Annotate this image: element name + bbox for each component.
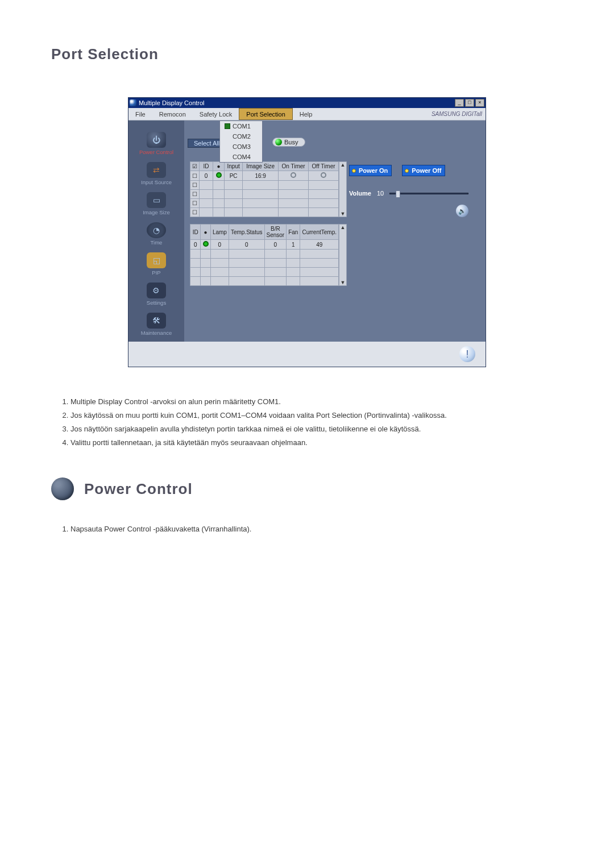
cell-off-timer bbox=[309, 171, 339, 181]
sidebar-item-image-size[interactable]: ▭ Image Size bbox=[143, 192, 170, 215]
volume-row: Volume 10 bbox=[349, 190, 468, 197]
table-row[interactable] bbox=[190, 268, 339, 277]
cell-temp-status: 0 bbox=[229, 240, 264, 250]
display-grid[interactable]: ☑ ID ● Input Image Size On Timer Off Tim… bbox=[190, 161, 339, 217]
sidebar-item-input-source[interactable]: ⇄ Input Source bbox=[141, 162, 172, 185]
col-off-timer: Off Timer bbox=[309, 162, 339, 171]
port-label: COM2 bbox=[233, 133, 251, 140]
port-option-com2[interactable]: COM2 bbox=[220, 131, 262, 142]
section-power-control: Power Control bbox=[51, 477, 563, 500]
volume-slider[interactable] bbox=[389, 193, 468, 194]
port-option-com1[interactable]: COM1 bbox=[220, 121, 262, 131]
power-control-section-icon bbox=[51, 477, 74, 500]
sidebar-item-settings[interactable]: ⚙ Settings bbox=[147, 283, 166, 306]
table-row[interactable]: ☐ bbox=[190, 208, 339, 217]
bullet-icon bbox=[352, 169, 356, 173]
table-row[interactable]: 0 0 0 0 1 49 bbox=[190, 240, 339, 250]
grid2-scrollbar[interactable]: ▲ ▼ bbox=[339, 224, 347, 286]
menu-help[interactable]: Help bbox=[293, 108, 320, 120]
power-off-button[interactable]: Power Off bbox=[402, 165, 445, 176]
cell-current-temp: 49 bbox=[300, 240, 339, 250]
busy-indicator: Busy bbox=[272, 138, 305, 147]
list-item: Multiple Display Control -arvoksi on alu… bbox=[70, 396, 563, 408]
col-current-temp: CurrentTemp. bbox=[300, 225, 339, 240]
app-body: ⏻ Power Control ⇄ Input Source ▭ Image S… bbox=[128, 121, 486, 342]
list-item: Jos näyttöön sarjakaapelin avulla yhdist… bbox=[70, 423, 563, 435]
titlebar[interactable]: Multiple Display Control _ □ × bbox=[128, 98, 486, 108]
cell-input: PC bbox=[225, 171, 243, 181]
minimize-button[interactable]: _ bbox=[455, 99, 464, 107]
cell-lamp: 0 bbox=[210, 240, 229, 250]
sidebar-item-time[interactable]: ◔ Time bbox=[147, 222, 166, 246]
status-dot-icon bbox=[216, 172, 222, 178]
col-input: Input bbox=[225, 162, 243, 171]
menu-remocon[interactable]: Remocon bbox=[152, 108, 193, 120]
slider-thumb[interactable] bbox=[396, 190, 400, 198]
sidebar-item-power-control[interactable]: ⏻ Power Control bbox=[139, 132, 173, 155]
table-row[interactable] bbox=[190, 277, 339, 286]
titlebar-text: Multiple Display Control bbox=[139, 99, 454, 106]
status-dot-icon bbox=[203, 241, 209, 247]
col-checkbox[interactable]: ☑ bbox=[190, 162, 200, 171]
alert-icon[interactable]: ! bbox=[459, 346, 475, 362]
app-footer: ! bbox=[128, 342, 486, 367]
col-id: ID bbox=[200, 162, 213, 171]
speaker-button[interactable]: 🔈 bbox=[456, 205, 468, 217]
col-id: ID bbox=[190, 225, 201, 240]
list-item: Napsauta Power Control -pääkuvaketta (Vi… bbox=[70, 523, 563, 535]
col-temp-status: Temp.Status bbox=[229, 225, 264, 240]
volume-label: Volume bbox=[349, 190, 371, 197]
grid1-scrollbar[interactable]: ▲ ▼ bbox=[339, 161, 347, 217]
app-window: Multiple Display Control _ □ × File Remo… bbox=[128, 97, 486, 367]
busy-dot-icon bbox=[275, 139, 282, 146]
sidebar-item-maintenance[interactable]: 🛠 Maintenance bbox=[141, 313, 172, 336]
port-label: COM1 bbox=[233, 123, 251, 130]
row-checkbox[interactable]: ☐ bbox=[190, 171, 200, 181]
input-source-icon: ⇄ bbox=[147, 162, 166, 178]
sidebar-label: Settings bbox=[147, 300, 166, 306]
sidebar-item-pip[interactable]: ◱ PIP bbox=[147, 252, 166, 276]
busy-label: Busy bbox=[284, 139, 298, 146]
power-button-row: Power On Power Off bbox=[349, 165, 468, 176]
col-image-size: Image Size bbox=[243, 162, 279, 171]
table-row[interactable]: ☐ bbox=[190, 190, 339, 199]
port-selection-notes: Multiple Display Control -arvoksi on alu… bbox=[51, 396, 563, 449]
image-size-icon: ▭ bbox=[147, 192, 166, 208]
col-status: ● bbox=[201, 225, 211, 240]
list-item: Valittu portti tallennetaan, ja sitä käy… bbox=[70, 437, 563, 449]
main-panel: COM1 COM2 COM3 COM4 Select All Busy ☑ ID… bbox=[184, 121, 486, 342]
col-on-timer: On Timer bbox=[279, 162, 309, 171]
col-fan: Fan bbox=[287, 225, 300, 240]
power-on-button[interactable]: Power On bbox=[349, 165, 392, 176]
volume-value: 10 bbox=[377, 190, 384, 197]
app-icon bbox=[130, 99, 136, 106]
scroll-down-icon[interactable]: ▼ bbox=[339, 280, 346, 285]
page-heading-port-selection: Port Selection bbox=[51, 45, 563, 63]
table-row[interactable] bbox=[190, 259, 339, 268]
maximize-button[interactable]: □ bbox=[465, 99, 474, 107]
port-dropdown[interactable]: COM1 COM2 COM3 COM4 bbox=[219, 121, 263, 163]
scroll-up-icon[interactable]: ▲ bbox=[339, 162, 346, 168]
close-button[interactable]: × bbox=[475, 99, 484, 107]
pip-icon: ◱ bbox=[147, 252, 166, 268]
table-row[interactable] bbox=[190, 250, 339, 259]
table-row[interactable]: ☐ 0 PC 16:9 bbox=[190, 171, 339, 181]
cell-br-sensor: 0 bbox=[264, 240, 287, 250]
check-icon bbox=[225, 144, 230, 149]
sidebar-label: Image Size bbox=[143, 209, 170, 215]
menu-port-selection[interactable]: Port Selection bbox=[239, 108, 292, 120]
menu-file[interactable]: File bbox=[128, 108, 152, 120]
scroll-up-icon[interactable]: ▲ bbox=[339, 225, 346, 230]
col-lamp: Lamp bbox=[210, 225, 229, 240]
table-row[interactable]: ☐ bbox=[190, 199, 339, 208]
port-option-com3[interactable]: COM3 bbox=[220, 142, 262, 152]
status-grid[interactable]: ID ● Lamp Temp.Status B/R Sensor Fan Cur… bbox=[190, 224, 339, 286]
col-status: ● bbox=[213, 162, 225, 171]
cell-status bbox=[201, 240, 211, 250]
scroll-down-icon[interactable]: ▼ bbox=[339, 211, 346, 217]
wrench-icon: 🛠 bbox=[147, 313, 166, 329]
clock-icon: ◔ bbox=[147, 222, 166, 238]
port-option-com4[interactable]: COM4 bbox=[220, 152, 262, 162]
menu-safety-lock[interactable]: Safety Lock bbox=[193, 108, 239, 120]
table-row[interactable]: ☐ bbox=[190, 181, 339, 190]
